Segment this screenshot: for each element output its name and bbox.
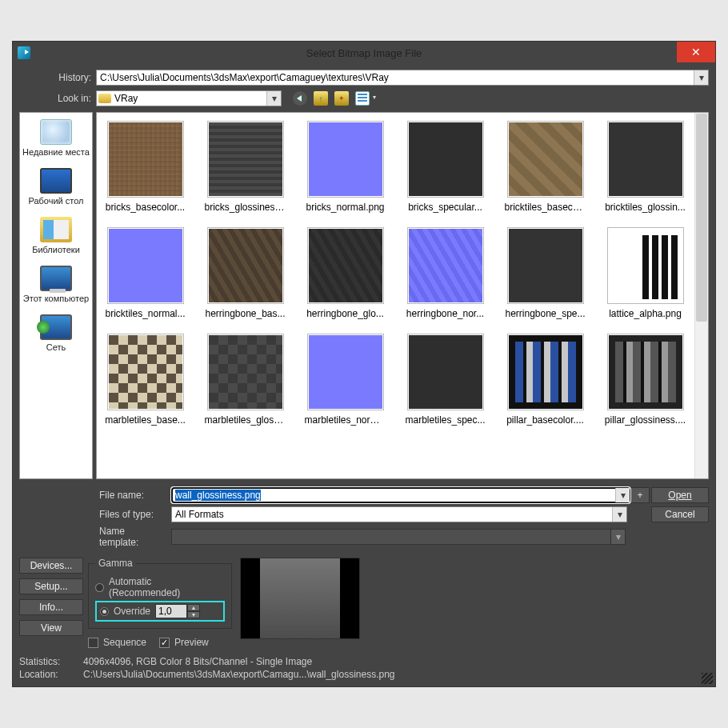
file-item[interactable]: marbletiles_norm... xyxy=(300,334,390,426)
file-item[interactable]: bricks_specular... xyxy=(400,121,490,213)
thumbnail xyxy=(207,227,284,304)
file-list[interactable]: bricks_basecolor...bricks_glossiness...b… xyxy=(96,112,709,479)
file-name: herringbone_glo... xyxy=(306,308,384,319)
file-item[interactable]: bricktiles_baseco... xyxy=(500,121,590,213)
file-name: pillar_glossiness.... xyxy=(605,414,686,426)
file-item[interactable]: herringbone_nor... xyxy=(400,227,490,319)
file-name: bricktiles_normal... xyxy=(105,308,185,319)
gamma-automatic-radio[interactable]: Automatic (Recommended) xyxy=(95,576,225,598)
file-name: herringbone_spe... xyxy=(505,308,585,319)
back-icon[interactable] xyxy=(293,91,307,106)
scrollbar[interactable] xyxy=(694,113,708,478)
file-item[interactable]: pillar_glossiness.... xyxy=(600,334,690,426)
lookin-label: Look in: xyxy=(19,93,96,104)
thumbnail xyxy=(607,227,684,304)
file-name: marbletiles_base... xyxy=(105,414,186,426)
places-libraries[interactable]: Библиотеки xyxy=(32,217,80,254)
recent-icon xyxy=(40,119,72,145)
file-item[interactable]: marbletiles_gloss... xyxy=(200,334,290,426)
up-folder-icon[interactable] xyxy=(314,91,328,106)
location-label: Location: xyxy=(19,669,75,680)
file-item[interactable]: herringbone_glo... xyxy=(300,227,390,319)
gamma-legend: Gamma xyxy=(95,558,136,569)
file-name: herringbone_bas... xyxy=(205,308,285,319)
filesoftype-dropdown[interactable]: ▾ xyxy=(171,506,627,522)
file-item[interactable]: lattice_alpha.png xyxy=(600,227,690,319)
setup-button[interactable]: Setup... xyxy=(19,578,83,594)
view-button[interactable]: View xyxy=(19,620,83,636)
chevron-down-icon[interactable]: ▾ xyxy=(615,488,630,502)
file-name: pillar_basecolor.... xyxy=(506,414,584,426)
thumbnail xyxy=(107,334,184,410)
filesoftype-value[interactable] xyxy=(171,506,627,522)
history-label: History: xyxy=(19,72,96,83)
thumbnail xyxy=(607,334,684,410)
new-folder-icon[interactable] xyxy=(334,91,349,106)
preview-checkbox[interactable]: ✓ Preview xyxy=(159,637,209,648)
places-recent[interactable]: Недавние места xyxy=(22,119,90,157)
thumbnail xyxy=(607,121,684,198)
file-name: bricktiles_baseco... xyxy=(505,202,586,213)
places-computer[interactable]: Этот компьютер xyxy=(23,266,89,303)
gamma-override-spinner[interactable]: ▲▼ xyxy=(155,604,200,618)
resize-grip-icon[interactable] xyxy=(702,673,713,684)
file-name: marbletiles_spec... xyxy=(405,414,485,426)
close-button[interactable]: ✕ xyxy=(677,42,715,62)
filesoftype-label: Files of type: xyxy=(99,509,171,520)
file-item[interactable]: bricks_glossiness... xyxy=(200,121,290,213)
places-desktop[interactable]: Рабочий стол xyxy=(28,168,83,206)
spin-up-icon[interactable]: ▲ xyxy=(187,604,200,611)
thumbnail xyxy=(307,227,384,304)
file-item[interactable]: pillar_basecolor.... xyxy=(500,334,590,426)
thumbnail xyxy=(307,121,384,198)
file-name: bricks_glossiness... xyxy=(205,202,286,213)
file-dialog: Select Bitmap Image File ✕ History: ▾ Lo… xyxy=(12,41,716,687)
thumbnail xyxy=(507,121,584,198)
places-network[interactable]: Сеть xyxy=(40,314,72,352)
file-item[interactable]: bricktiles_normal... xyxy=(100,227,190,319)
filename-input[interactable] xyxy=(171,487,630,503)
file-item[interactable]: herringbone_bas... xyxy=(200,227,290,319)
devices-button[interactable]: Devices... xyxy=(19,558,83,574)
app-icon xyxy=(18,46,30,59)
file-item[interactable]: marbletiles_base... xyxy=(100,334,190,426)
file-name: bricks_specular... xyxy=(408,202,482,213)
filename-field-wrap: ▾ xyxy=(171,487,630,503)
chevron-down-icon[interactable]: ▾ xyxy=(612,507,626,522)
computer-icon xyxy=(40,266,72,291)
window-title: Select Bitmap Image File xyxy=(306,47,422,59)
lookin-value[interactable] xyxy=(96,90,282,106)
add-button[interactable]: + xyxy=(630,487,650,503)
info-button[interactable]: Info... xyxy=(19,599,83,615)
history-value[interactable] xyxy=(96,70,709,86)
thumbnail xyxy=(507,334,584,410)
chevron-down-icon[interactable]: ▾ xyxy=(611,529,626,545)
file-name: marbletiles_gloss... xyxy=(205,414,286,426)
statistics-label: Statistics: xyxy=(19,656,75,667)
gamma-override-radio[interactable]: Override xyxy=(100,606,150,617)
lookin-dropdown[interactable]: ▾ xyxy=(96,90,282,106)
file-name: marbletiles_norm... xyxy=(305,414,386,426)
file-item[interactable]: herringbone_spe... xyxy=(500,227,590,319)
file-item[interactable]: marbletiles_spec... xyxy=(400,334,490,426)
file-item[interactable]: bricks_basecolor... xyxy=(100,121,190,213)
chevron-down-icon[interactable]: ▾ xyxy=(266,91,281,106)
scroll-thumb[interactable] xyxy=(696,114,707,322)
statistics-value: 4096x4096, RGB Color 8 Bits/Channel - Si… xyxy=(83,656,312,667)
file-item[interactable]: bricks_normal.png xyxy=(300,121,390,213)
file-name: bricks_normal.png xyxy=(306,202,384,213)
spin-down-icon[interactable]: ▼ xyxy=(187,611,200,618)
sequence-checkbox[interactable]: Sequence xyxy=(88,637,146,648)
nametemplate-label: Name template: xyxy=(99,526,171,548)
thumbnail xyxy=(107,227,184,304)
nametemplate-input[interactable] xyxy=(171,529,611,545)
preview-image xyxy=(260,558,340,638)
history-dropdown[interactable]: ▾ xyxy=(96,70,709,86)
views-icon[interactable] xyxy=(355,91,370,106)
cancel-button[interactable]: Cancel xyxy=(651,506,709,522)
chevron-down-icon[interactable]: ▾ xyxy=(694,70,708,85)
location-value: C:\Users\Julia\Documents\3dsMax\export\C… xyxy=(83,669,395,680)
preview-pane xyxy=(240,558,360,639)
open-button[interactable]: Open xyxy=(651,487,709,503)
file-item[interactable]: bricktiles_glossin... xyxy=(600,121,690,213)
